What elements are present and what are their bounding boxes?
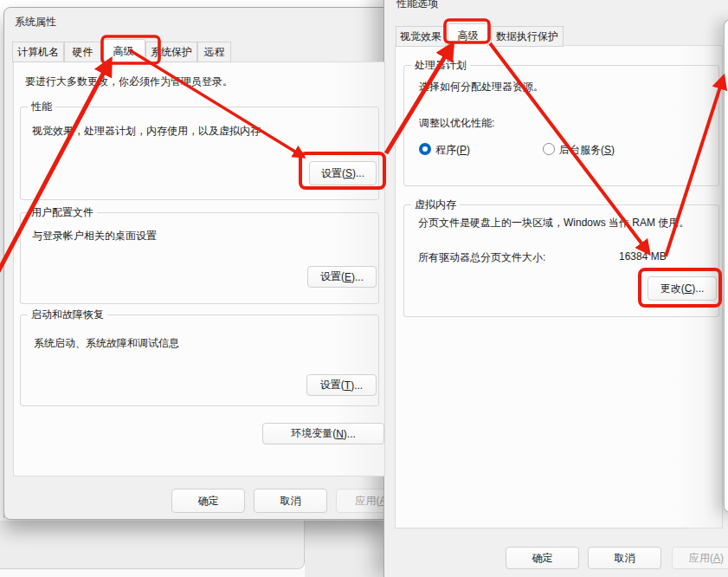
performance-options-dialog: 性能选项 视觉效果 高级 数据执行保护 处理器计划 选择如何分配处理器资源。 调… [383, 0, 728, 577]
po-apply-button: 应用(A) [672, 547, 728, 569]
startup-recovery-desc: 系统启动、系统故障和调试信息 [34, 336, 179, 351]
radio-background-services-label[interactable]: 后台服务(S) [559, 143, 615, 158]
processor-scheduling-group: 处理器计划 选择如何分配处理器资源。 调整以优化性能: 程序(P) 后台服务(S… [403, 65, 719, 186]
virtual-memory-group: 虚拟内存 分页文件是硬盘上的一块区域，Windows 当作 RAM 使用。 所有… [403, 204, 719, 317]
adjust-performance-label: 调整以优化性能: [419, 116, 494, 131]
change-button[interactable]: 更改(C)... [647, 276, 717, 301]
performance-settings-button[interactable]: 设置(S)... [309, 161, 377, 185]
user-profiles-group: 用户配置文件 与登录帐户相关的桌面设置 设置(E)... [20, 212, 379, 304]
tab-visual-effects[interactable]: 视觉效果 [396, 26, 446, 47]
performance-desc: 视觉效果，处理器计划，内存使用，以及虚拟内存 [32, 124, 261, 139]
processor-scheduling-desc: 选择如何分配处理器资源。 [419, 80, 544, 94]
tab-dep[interactable]: 数据执行保护 [491, 26, 564, 47]
po-ok-button[interactable]: 确定 [506, 547, 579, 569]
cancel-button[interactable]: 取消 [254, 489, 327, 513]
processor-scheduling-title: 处理器计划 [411, 58, 470, 73]
user-profiles-group-title: 用户配置文件 [28, 205, 97, 220]
startup-recovery-group: 启动和故障恢复 系统启动、系统故障和调试信息 设置(T)... [20, 314, 379, 406]
paging-total-value: 16384 MB [619, 250, 667, 263]
virtual-memory-window-edge [724, 19, 728, 513]
tab-hardware[interactable]: 硬件 [64, 42, 101, 62]
tab-system-protection[interactable]: 系统保护 [145, 42, 197, 62]
user-profiles-desc: 与登录帐户相关的桌面设置 [32, 229, 157, 243]
background-window-panel [0, 521, 305, 569]
virtual-memory-title: 虚拟内存 [411, 198, 460, 212]
admin-note: 要进行大多数更改，你必须作为管理员登录。 [25, 75, 233, 89]
tab-advanced[interactable]: 高级 [101, 39, 145, 62]
radio-programs[interactable] [419, 143, 431, 155]
po-cancel-button[interactable]: 取消 [588, 547, 661, 569]
virtual-memory-desc: 分页文件是硬盘上的一块区域，Windows 当作 RAM 使用。 [418, 216, 689, 230]
radio-programs-label[interactable]: 程序(P) [435, 143, 470, 158]
radio-background-services[interactable] [543, 143, 555, 155]
paging-total-label: 所有驱动器总分页文件大小: [418, 250, 545, 265]
performance-group-title: 性能 [28, 100, 55, 114]
tab-po-advanced[interactable]: 高级 [448, 23, 488, 47]
performance-options-title: 性能选项 [396, 0, 438, 11]
system-properties-title: 系统属性 [15, 15, 56, 29]
tab-computer-name[interactable]: 计算机名 [12, 42, 64, 62]
user-profiles-settings-button[interactable]: 设置(E)... [307, 266, 377, 288]
startup-recovery-group-title: 启动和故障恢复 [28, 308, 107, 322]
performance-group: 性能 视觉效果，处理器计划，内存使用，以及虚拟内存 设置(S)... [20, 107, 379, 200]
tab-remote[interactable]: 远程 [197, 42, 231, 62]
background-window-shaded-area [305, 521, 383, 577]
startup-recovery-settings-button[interactable]: 设置(T)... [306, 374, 377, 396]
system-properties-dialog: 系统属性 计算机名 硬件 高级 系统保护 远程 要进行大多数更改，你必须作为管理… [3, 7, 384, 520]
environment-variables-button[interactable]: 环境变量(N)... [262, 423, 384, 444]
screenshot-root: 系统属性 计算机名 硬件 高级 系统保护 远程 要进行大多数更改，你必须作为管理… [0, 0, 728, 577]
ok-button[interactable]: 确定 [171, 489, 245, 513]
